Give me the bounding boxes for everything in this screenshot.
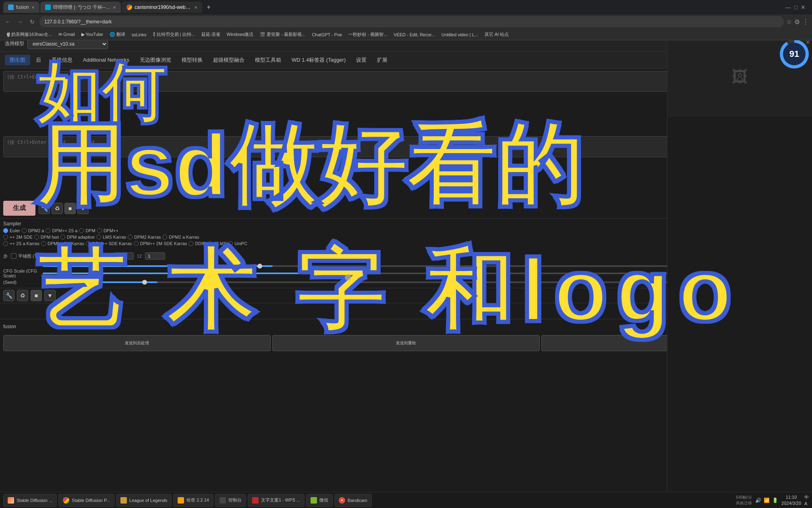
- taskbar-item-bandicam[interactable]: ● Bandicam: [334, 494, 372, 507]
- tab-close-active[interactable]: ✕: [194, 5, 197, 10]
- lang-button[interactable]: 中: [804, 494, 809, 500]
- sampler-dpm2a[interactable]: DPM2 a: [22, 228, 44, 233]
- sampler-2mkarras[interactable]: DPM++ 2M Karras: [41, 241, 84, 246]
- sampler-2mkarras-radio[interactable]: [41, 241, 46, 246]
- sampler-dpm2akarras-radio[interactable]: [162, 235, 167, 239]
- toolbar-tab-extensions[interactable]: 扩展: [372, 55, 392, 65]
- sampler-sdekarras[interactable]: DPM++ SDE Karras: [86, 241, 132, 246]
- send-to-inpaint-button[interactable]: 发送到重绘: [272, 335, 540, 351]
- sampler-dpmfast-radio[interactable]: [34, 235, 39, 239]
- toolbar-tab-tusheng[interactable]: 图生图: [5, 55, 30, 65]
- toolbar-tab-toolbox[interactable]: 模型工具箱: [250, 55, 286, 65]
- taskbar-item-wechat[interactable]: 微信: [306, 494, 333, 507]
- tray-icon-1[interactable]: 🔊: [755, 498, 761, 503]
- bottom-icon-4[interactable]: ▼: [44, 290, 56, 301]
- bookmark-youtube[interactable]: ▶ YouTube: [79, 31, 106, 38]
- toolbar-icon-4[interactable]: ▼: [77, 203, 89, 214]
- sampler-euler[interactable]: Euler: [3, 228, 20, 233]
- sampler-2sakarras[interactable]: ++ 2S a Karras: [3, 241, 39, 246]
- sampler-dpm2karras-radio[interactable]: [128, 235, 133, 239]
- sampler-ddim[interactable]: DDIM: [188, 241, 206, 246]
- checkbox-tiling[interactable]: 平铺图 (Tiling): [11, 253, 46, 259]
- toolbar-tab-sysinfo[interactable]: 系统信息: [47, 55, 77, 65]
- sampler-adaptive[interactable]: DPM adaptive: [60, 235, 95, 239]
- toolbar-icon-3[interactable]: ■: [64, 203, 76, 214]
- window-close[interactable]: ✕: [801, 4, 806, 10]
- sampler-euler-radio[interactable]: [3, 228, 8, 233]
- sampler-ddim-radio[interactable]: [188, 241, 193, 246]
- bookmark-veed[interactable]: VEED - Edit, Recor...: [391, 31, 437, 38]
- sampler-sdekarras-radio[interactable]: [86, 241, 91, 246]
- tab-close-bilibili[interactable]: ✕: [113, 5, 116, 10]
- send-to-postprocess-button[interactable]: 发送到后处理: [3, 335, 271, 351]
- sampler-unipc[interactable]: UniPC: [228, 241, 247, 246]
- sampler-2msdekarras-radio[interactable]: [134, 241, 139, 246]
- steps-thumb[interactable]: [257, 264, 262, 269]
- sampler-dpm[interactable]: DPM: [79, 228, 95, 233]
- toolbar-tab-merge[interactable]: 超级模型融合: [208, 55, 249, 65]
- bookmark-star-icon[interactable]: ☆: [786, 18, 792, 26]
- bookmark-yanyan[interactable]: 延延·语雀: [199, 31, 223, 38]
- tab-canisminor[interactable]: canisminor1990/sd-webui-lob... ✕: [122, 2, 202, 13]
- taskbar-item-wps[interactable]: 文字文案1 - WPS ...: [248, 494, 304, 507]
- taskbar-item-huishi[interactable]: 绘世 2.2.14: [173, 494, 213, 507]
- sampler-dpm2akarras[interactable]: DPM2 a Karras: [162, 235, 199, 239]
- taskbar-item-sd2[interactable]: Stable Diffusion P...: [58, 494, 114, 507]
- toolbar-tab-hou[interactable]: 后: [31, 55, 46, 65]
- bookmark-untitled[interactable]: Untitled video | L...: [439, 31, 481, 38]
- bottom-icon-1[interactable]: 🔧: [3, 290, 14, 301]
- nav-back-button[interactable]: ←: [3, 17, 13, 27]
- checkbox-hires[interactable]: 高分辨率修复 (Hires. fix): [49, 253, 104, 259]
- tray-icon-2[interactable]: 📶: [764, 498, 770, 503]
- toolbar-tab-settings[interactable]: 设置: [351, 55, 371, 65]
- sampler-plms[interactable]: PLMS: [208, 241, 226, 246]
- bookmark-aixiaoju[interactable]: 🎬 爱笑聚 - 最新影视...: [257, 31, 308, 38]
- sampler-2msde-radio[interactable]: [3, 235, 8, 239]
- bottom-icon-2[interactable]: ♻: [17, 290, 28, 301]
- extensions-icon[interactable]: ⚙: [794, 18, 800, 26]
- tiling-checkbox[interactable]: [11, 253, 17, 259]
- bookmark-sslinks[interactable]: ssLinks: [129, 31, 149, 38]
- bookmark-bitcoin[interactable]: ₿ 比特币交易 | 比特...: [151, 31, 197, 38]
- toolbar-tab-additional[interactable]: Additional Networks: [78, 55, 134, 65]
- sampler-dpp2sa[interactable]: DPM++ 2S a: [46, 228, 77, 233]
- tab-fusion[interactable]: fusion ✕: [3, 2, 39, 13]
- toolbar-icon-1[interactable]: 🔧: [39, 203, 50, 214]
- nav-reload-button[interactable]: ↻: [27, 17, 37, 27]
- taskbar-item-lol[interactable]: League of Legends: [116, 494, 172, 507]
- sampler-2msdekarras[interactable]: DPM++ 2M SDE Karras: [134, 241, 187, 246]
- nav-forward-button[interactable]: →: [15, 17, 25, 27]
- tab-bilibili[interactable]: 哔哩哔哩 (· *)つロ 千杯--bili... ✕: [40, 2, 121, 13]
- address-input[interactable]: [39, 16, 784, 27]
- cfg-thumb[interactable]: [334, 271, 339, 276]
- toolbar-tab-convert[interactable]: 模型转换: [177, 55, 207, 65]
- sampler-adaptive-radio[interactable]: [60, 235, 65, 239]
- bookmark-windows[interactable]: Windows激活: [224, 31, 256, 38]
- sampler-2sakarras-radio[interactable]: [3, 241, 8, 246]
- sampler-2msde[interactable]: ++ 2M SDE: [3, 235, 33, 239]
- sampler-lmskarras[interactable]: LMS Karras: [96, 235, 126, 239]
- tab-close-fusion[interactable]: ✕: [31, 5, 35, 10]
- window-restore[interactable]: □: [794, 4, 798, 10]
- bookmark-chatgpt[interactable]: ChatGPT - Poe: [309, 31, 344, 38]
- taskbar-clock[interactable]: 11:10 2024/3/20: [781, 494, 801, 506]
- toolbar-tab-tagger[interactable]: WD 1.4标签器 (Tagger): [287, 55, 350, 65]
- sampler-dpm2a-radio[interactable]: [22, 228, 27, 233]
- window-minimize[interactable]: —: [785, 4, 791, 10]
- bookmark-yimiao[interactable]: 一秒妙创 - 视频智...: [346, 31, 389, 38]
- sampler-dpm-radio[interactable]: [79, 228, 84, 233]
- height-input[interactable]: [145, 252, 165, 260]
- taskbar-item-console[interactable]: 控制台: [215, 494, 246, 507]
- bookmark-translate[interactable]: 🌐 翻译: [107, 31, 128, 38]
- toolbar-icon-2[interactable]: ♻: [52, 203, 63, 214]
- bookmark-other-ai[interactable]: 其它 AI 站点: [482, 31, 512, 38]
- input-mode-button[interactable]: A: [804, 501, 809, 506]
- width-input[interactable]: [114, 252, 134, 260]
- sampler-plms-radio[interactable]: [208, 241, 213, 246]
- sampler-dpp2sa-radio[interactable]: [46, 228, 50, 233]
- menu-icon[interactable]: ⋮: [802, 18, 809, 26]
- sampler-dpmfast[interactable]: DPM fast: [34, 235, 59, 239]
- tray-icon-3[interactable]: 🔋: [772, 498, 778, 503]
- bookmark-gmail[interactable]: ✉ Gmail: [56, 31, 77, 38]
- sampler-lmskarras-radio[interactable]: [96, 235, 101, 239]
